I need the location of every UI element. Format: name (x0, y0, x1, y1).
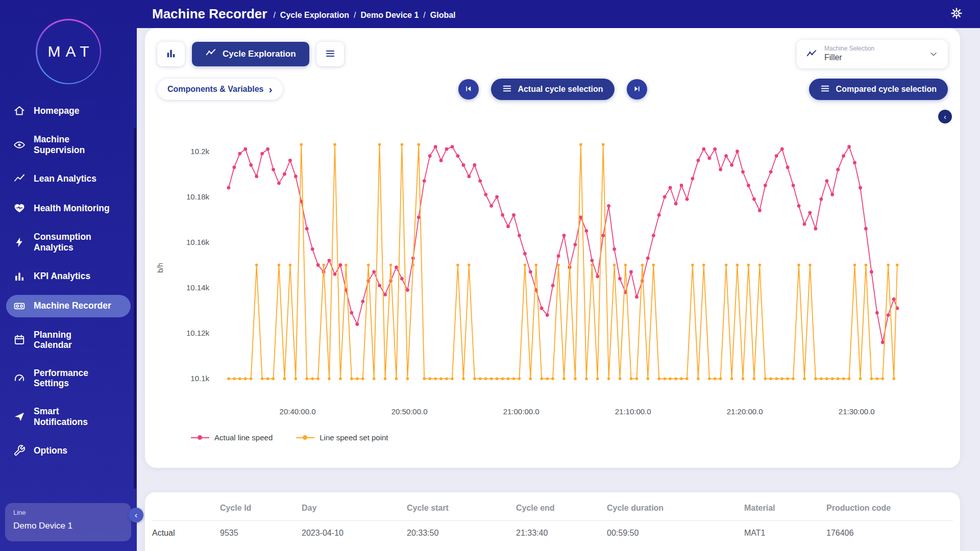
cycle-table-header: Cycle Id Day Cycle start Cycle end Cycle… (152, 504, 960, 520)
data-point (295, 378, 298, 381)
data-point (568, 264, 571, 267)
previous-cycle-button[interactable] (458, 79, 478, 99)
data-point (473, 378, 476, 381)
sidebar-item-machine-supervision[interactable]: MachineSupervision (6, 129, 131, 160)
home-icon (13, 105, 26, 117)
compared-cycle-selection-button[interactable]: Compared cycle selection (809, 79, 948, 100)
breadcrumb-item[interactable]: Demo Device 1 (360, 11, 419, 20)
tab-cycle-exploration[interactable]: Cycle Exploration (192, 42, 309, 66)
data-point (233, 166, 236, 169)
data-point (896, 264, 899, 267)
data-point (305, 378, 308, 381)
data-point (892, 378, 895, 381)
actual-cycle-selection-button[interactable]: Actual cycle selection (491, 79, 614, 100)
data-point (551, 284, 555, 287)
data-point (462, 378, 465, 381)
data-point (350, 378, 353, 381)
data-point (557, 264, 560, 267)
data-point (277, 182, 281, 185)
tab-label: Cycle Exploration (223, 49, 296, 59)
sidebar-item-machine-recorder[interactable]: Machine Recorder (6, 295, 131, 317)
column-cycle-duration: Cycle duration (607, 504, 744, 520)
bolt-icon (13, 236, 26, 248)
gauge-icon (13, 372, 26, 384)
row-label: Actual (152, 521, 220, 538)
data-point (612, 247, 616, 251)
data-point (418, 143, 421, 146)
data-point (719, 378, 722, 381)
data-point (803, 222, 806, 226)
data-point (724, 154, 728, 158)
sidebar-scrollbar[interactable] (134, 128, 136, 489)
data-point (278, 264, 281, 267)
components-variables-button[interactable]: Components & Variables › (157, 79, 283, 100)
chart-collapse-button[interactable]: ‹ (938, 110, 952, 123)
data-point (652, 234, 655, 237)
breadcrumb-separator: / (273, 11, 275, 20)
settings-gear-button[interactable] (950, 7, 963, 21)
data-point (333, 143, 336, 146)
data-point (669, 186, 672, 190)
next-cycle-button[interactable] (627, 79, 647, 99)
data-point (316, 378, 320, 381)
data-point (780, 378, 783, 381)
legend-line-speed-set-point: Line speed set point (296, 433, 388, 442)
sidebar-item-lean-analytics[interactable]: Lean Analytics (6, 167, 131, 190)
breadcrumb-separator: / (354, 11, 356, 20)
chart-view-button[interactable] (157, 42, 185, 66)
y-axis-tick: 10.18k (186, 192, 210, 201)
data-point (434, 378, 437, 381)
sidebar-item-consumption-analytics[interactable]: ConsumptionAnalytics (6, 227, 131, 258)
data-point (797, 204, 801, 208)
data-point (584, 229, 588, 233)
data-point (495, 195, 499, 198)
sidebar-item-health-monitoring[interactable]: Health Monitoring (6, 197, 131, 219)
cycle-chart: 10.1k10.12k10.14k10.16k10.18k10.2k20:40:… (157, 106, 948, 419)
machine-selection-dropdown[interactable]: Machine Selection Filler (797, 40, 948, 68)
data-point (842, 154, 845, 158)
data-point (859, 186, 862, 190)
data-point (657, 378, 660, 381)
cell-production-code: 176406 (826, 521, 960, 538)
sidebar-item-kpi-analytics[interactable]: KPI Analytics (6, 265, 131, 288)
data-point (630, 378, 633, 381)
sidebar-nav: HomepageMachineSupervisionLean Analytics… (0, 99, 137, 462)
sidebar-item-performance-settings[interactable]: PerformanceSettings (6, 363, 131, 394)
skip-back-icon (464, 85, 472, 94)
data-point (238, 152, 241, 156)
data-point (361, 378, 364, 381)
data-point (680, 184, 683, 187)
device-card[interactable]: Line Demo Device 1 (5, 503, 131, 541)
data-point (876, 378, 879, 381)
data-point (708, 378, 711, 381)
sidebar-collapse-button[interactable]: ‹ (129, 508, 143, 522)
data-point (803, 378, 806, 381)
sidebar-item-homepage[interactable]: Homepage (6, 99, 131, 122)
data-point (764, 378, 767, 381)
recorder-icon (13, 300, 26, 312)
wrench-icon (13, 444, 26, 457)
column-spacer (152, 508, 220, 516)
data-point (646, 257, 650, 260)
data-point (629, 270, 633, 274)
data-point (523, 252, 527, 256)
sidebar-item-options[interactable]: Options (6, 439, 131, 462)
breadcrumb-item[interactable]: Global (430, 11, 456, 20)
data-point (769, 170, 773, 173)
data-point (473, 163, 476, 167)
data-point (423, 378, 426, 381)
breadcrumb-item[interactable]: Cycle Exploration (280, 11, 349, 20)
data-point (507, 378, 510, 381)
sidebar-item-planning-calendar[interactable]: PlanningCalendar (6, 324, 131, 356)
data-point (674, 202, 678, 206)
data-point (792, 378, 795, 381)
menu-view-button[interactable] (316, 42, 344, 66)
sidebar-item-smart-notifications[interactable]: SmartNotifications (6, 401, 131, 432)
data-point (434, 145, 437, 148)
data-point (562, 378, 566, 381)
chart-legend: Actual line speed Line speed set point (191, 433, 948, 442)
heart-icon (13, 202, 26, 214)
data-point (702, 264, 705, 267)
data-point (825, 179, 828, 183)
data-point (339, 263, 342, 267)
